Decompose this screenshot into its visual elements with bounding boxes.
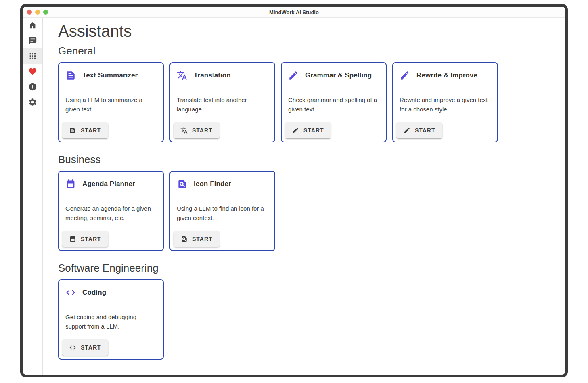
window-title: MindWork AI Studio bbox=[23, 9, 565, 15]
zoom-button[interactable] bbox=[43, 10, 48, 15]
section-heading: Software Engineering bbox=[58, 261, 557, 275]
start-button[interactable]: START bbox=[62, 231, 108, 247]
card-description: Generate an agenda for a given meeting, … bbox=[65, 204, 157, 222]
start-button[interactable]: START bbox=[62, 339, 108, 356]
pencil-icon bbox=[403, 127, 410, 134]
traffic-lights bbox=[27, 7, 48, 17]
start-button-label: START bbox=[415, 127, 435, 134]
start-button[interactable]: START bbox=[174, 122, 220, 138]
assistant-card: Grammar & SpellingCheck grammar and spel… bbox=[281, 62, 387, 142]
heart-icon bbox=[28, 67, 37, 76]
card-header: Text Summarizer bbox=[65, 70, 157, 81]
section-business: BusinessAgenda PlannerGenerate an agenda… bbox=[58, 152, 557, 251]
apps-grid-icon bbox=[28, 52, 37, 61]
calendar-icon bbox=[65, 179, 76, 189]
cards-row: Agenda PlannerGenerate an agenda for a g… bbox=[58, 171, 557, 251]
assistant-card: Rewrite & ImproveRewrite and improve a g… bbox=[392, 62, 498, 142]
assistant-card: TranslationTranslate text into another l… bbox=[169, 62, 275, 142]
sidebar-item-home[interactable] bbox=[23, 18, 42, 33]
card-description: Rewrite and improve a given text for a c… bbox=[400, 95, 491, 114]
card-description: Using a LLM to summarize a given text. bbox=[65, 95, 157, 114]
card-description: Translate text into another language. bbox=[177, 95, 268, 114]
text-snippet-icon bbox=[69, 127, 76, 134]
card-description: Check grammar and spelling of a given te… bbox=[288, 95, 379, 114]
chat-icon bbox=[28, 36, 37, 45]
card-header: Translation bbox=[177, 70, 268, 81]
icon-search-icon bbox=[180, 235, 188, 243]
start-button[interactable]: START bbox=[396, 122, 442, 138]
card-header: Icon Finder bbox=[177, 179, 268, 189]
card-title: Coding bbox=[82, 289, 106, 297]
start-button[interactable]: START bbox=[285, 122, 331, 138]
sidebar-item-assistants[interactable] bbox=[23, 48, 42, 64]
pencil-icon bbox=[400, 70, 410, 81]
card-description: Using a LLM to find an icon for a given … bbox=[177, 204, 268, 222]
section-general: GeneralText SummarizerUsing a LLM to sum… bbox=[58, 44, 557, 142]
icon-search-icon bbox=[177, 179, 187, 189]
main-content: Assistants GeneralText SummarizerUsing a… bbox=[43, 18, 565, 375]
translate-icon bbox=[180, 127, 188, 134]
assistant-card: CodingGet coding and debugging support f… bbox=[58, 279, 164, 360]
text-snippet-icon bbox=[65, 70, 76, 81]
sidebar-item-favorites[interactable] bbox=[23, 64, 42, 79]
translate-icon bbox=[177, 70, 187, 81]
code-icon bbox=[65, 287, 76, 298]
section-heading: Business bbox=[58, 152, 557, 167]
info-icon bbox=[28, 82, 37, 91]
start-button-label: START bbox=[81, 127, 101, 134]
pencil-icon bbox=[288, 70, 299, 81]
card-header: Rewrite & Improve bbox=[400, 70, 491, 81]
card-title: Rewrite & Improve bbox=[416, 71, 477, 80]
card-title: Agenda Planner bbox=[82, 180, 135, 188]
gear-icon bbox=[28, 98, 37, 107]
calendar-icon bbox=[69, 235, 76, 243]
card-description: Get coding and debugging support from a … bbox=[65, 312, 157, 331]
assistant-card: Icon FinderUsing a LLM to find an icon f… bbox=[169, 171, 275, 251]
start-button[interactable]: START bbox=[62, 122, 108, 138]
sidebar-item-about[interactable] bbox=[23, 79, 42, 94]
page-title: Assistants bbox=[58, 21, 557, 41]
window-content: Assistants GeneralText SummarizerUsing a… bbox=[23, 18, 565, 375]
start-button-label: START bbox=[81, 236, 101, 242]
assistant-card: Text SummarizerUsing a LLM to summarize … bbox=[58, 62, 164, 142]
section-heading: General bbox=[58, 44, 557, 58]
cards-row: Text SummarizerUsing a LLM to summarize … bbox=[58, 62, 557, 142]
section-software-engineering: Software EngineeringCodingGet coding and… bbox=[58, 261, 557, 360]
pencil-icon bbox=[292, 127, 299, 134]
titlebar[interactable]: MindWork AI Studio bbox=[23, 7, 565, 18]
card-title: Grammar & Spelling bbox=[305, 71, 372, 80]
card-title: Icon Finder bbox=[194, 180, 231, 188]
start-button-label: START bbox=[192, 127, 213, 134]
start-button[interactable]: START bbox=[174, 231, 220, 247]
card-title: Translation bbox=[194, 71, 231, 80]
start-button-label: START bbox=[192, 236, 213, 242]
window-frame: MindWork AI Studio Assistants GeneralTex… bbox=[20, 4, 568, 377]
cards-row: CodingGet coding and debugging support f… bbox=[58, 279, 557, 360]
card-header: Agenda Planner bbox=[65, 179, 157, 189]
start-button-label: START bbox=[81, 344, 101, 351]
home-icon bbox=[28, 21, 37, 30]
sidebar bbox=[23, 18, 43, 375]
sidebar-item-settings[interactable] bbox=[23, 94, 42, 110]
code-icon bbox=[69, 344, 76, 351]
sections-container: GeneralText SummarizerUsing a LLM to sum… bbox=[58, 44, 557, 360]
minimize-button[interactable] bbox=[35, 10, 40, 15]
card-header: Coding bbox=[65, 287, 157, 298]
close-button[interactable] bbox=[27, 10, 32, 15]
sidebar-item-chats[interactable] bbox=[23, 33, 42, 48]
card-title: Text Summarizer bbox=[82, 71, 138, 80]
assistant-card: Agenda PlannerGenerate an agenda for a g… bbox=[58, 171, 164, 251]
start-button-label: START bbox=[303, 127, 324, 134]
card-header: Grammar & Spelling bbox=[288, 70, 379, 81]
